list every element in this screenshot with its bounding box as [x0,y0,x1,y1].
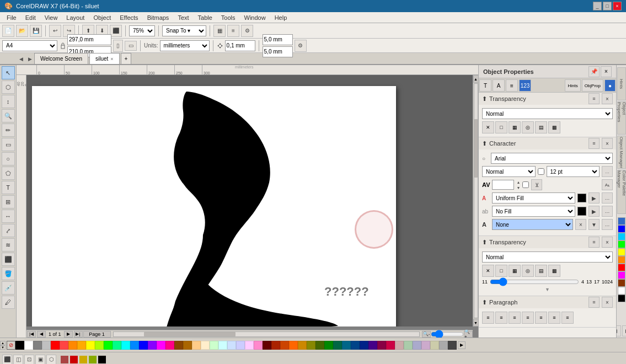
tab-siluet[interactable]: siluet × [89,53,120,64]
publish-button[interactable]: ⬛ [110,25,122,37]
fill-color-swatch[interactable] [577,194,586,202]
scrollbar-horizontal[interactable]: |◀ ◀ 1 of 1 ▶ ▶| Page 1 🔍- 🔍+ [26,330,473,338]
outline-type-combo[interactable]: No Fill [492,206,575,217]
width-input[interactable] [67,34,111,45]
palette-color-42[interactable] [386,341,395,350]
snap-btn1[interactable]: ⬛ [2,355,12,365]
zoom-combo[interactable]: 75% [129,25,155,36]
far-tab-obj-manager[interactable]: Object Manager [617,136,626,169]
trans2-icon-uniform[interactable]: □ [495,265,507,277]
palette-color-30[interactable] [280,341,289,350]
dup-v-input[interactable] [263,46,293,57]
panel-tab-frame[interactable]: 123 [519,79,531,92]
palette-color-0[interactable] [15,341,24,350]
palette-color-34[interactable] [315,341,324,350]
palette-color-39[interactable] [360,341,368,350]
kerning-input[interactable] [492,180,514,190]
palette-color-9[interactable] [95,341,104,350]
menu-edit[interactable]: Edit [21,13,40,22]
transparency-close[interactable]: × [602,93,613,104]
bg-clear-btn[interactable]: × [575,219,586,230]
palette-color-2[interactable] [33,341,42,350]
palette-color-41[interactable] [377,341,386,350]
snap-btn2[interactable]: ◫ [13,355,23,365]
more-options-btn[interactable]: ⚙ [295,40,307,52]
menu-file[interactable]: File [2,13,21,22]
color-swatch-magenta[interactable] [618,271,625,279]
outline-color-swatch[interactable] [577,207,586,216]
eyedropper-tool[interactable]: 💉 [2,281,15,295]
palette-color-27[interactable] [254,341,263,350]
scroll-down[interactable]: ▼ [473,319,479,326]
menu-bitmaps[interactable]: Bitmaps [143,13,174,22]
scroll-next[interactable]: ▶ [64,331,73,338]
dimension-tool[interactable]: ↔ [2,210,15,223]
nudge-input[interactable] [225,40,255,51]
scroll-thumb-h[interactable] [144,332,236,336]
palette-color-35[interactable] [324,341,333,350]
landscape-btn[interactable]: ▭ [125,41,137,51]
kerning-down[interactable]: ▼ [516,185,520,190]
connector-tool[interactable]: ⤤ [2,224,15,237]
palette-color-3[interactable] [42,341,51,350]
rect-tool[interactable]: ▭ [2,138,15,151]
palette-color-44[interactable] [404,341,413,350]
menu-view[interactable]: View [40,13,62,22]
trans2-mode-combo[interactable]: Normal [482,251,613,263]
trans-slider[interactable] [490,280,579,284]
kerning-up[interactable]: ▲ [516,179,520,185]
text-tool[interactable]: T [2,181,15,194]
panel-tab-hints[interactable]: Hints [565,79,580,92]
trans-icon-linear[interactable]: ▦ [509,121,521,133]
scroll-track-h[interactable] [113,331,420,337]
color-swatch-green[interactable] [618,240,625,248]
tab-welcome[interactable]: Welcome Screen [34,53,88,64]
scroll-page-prev[interactable]: |◀ [27,331,36,338]
portrait-btn[interactable]: ▯ [113,40,123,52]
color-swatch-blue2[interactable] [618,225,625,233]
palette-color-22[interactable] [210,341,218,350]
palette-color-24[interactable] [227,341,236,350]
align-center[interactable]: ≡ [495,312,507,324]
snap-btn5[interactable]: ⬡ [46,355,56,365]
trans2-icon-conical[interactable]: ▤ [535,265,547,277]
character-header[interactable]: ⬆ Character ≡ × [479,137,616,149]
transparency-header[interactable]: ⬆ Transparency ≡ × [479,93,616,105]
palette-color-28[interactable] [263,341,271,350]
far-tab-obj-properties[interactable]: Object Properties [617,101,626,135]
view-btn1[interactable]: ▦ [213,25,226,37]
scroll-zoom-in[interactable]: 🔍+ [464,331,473,338]
color-swatch-blue[interactable] [618,217,625,225]
palette-color-47[interactable] [430,341,439,350]
fill-type-combo[interactable]: Uniform Fill [492,192,575,204]
trans2-icon-linear[interactable]: ▦ [509,265,521,277]
kern-check[interactable] [522,181,529,188]
transparency-options[interactable]: ≡ [588,93,600,104]
font-combo[interactable]: Arial [491,153,613,164]
align-none[interactable]: ≡ [548,312,560,324]
palette-more-btn[interactable]: ▶ [458,341,466,349]
menu-window[interactable]: Window [240,13,270,22]
trans-icon-conical[interactable]: ▤ [535,121,547,133]
color-swatch-yellow[interactable] [618,248,625,256]
palette-color-19[interactable] [183,341,192,350]
paragraph-header[interactable]: ⬆ Paragraph ≡ × [479,296,616,308]
palette-color-18[interactable] [174,341,183,350]
polygon-tool[interactable]: ⬠ [2,167,15,180]
palette-color-10[interactable] [104,341,113,350]
minimize-button[interactable]: _ [593,2,602,10]
palette-color-26[interactable] [245,341,254,350]
palette-color-31[interactable] [289,341,298,350]
panel-tab-text[interactable]: T [479,79,491,92]
kern-options[interactable]: ⊻ [531,179,542,190]
align-right[interactable]: ≡ [509,312,521,324]
color-swatch-orange[interactable] [618,256,625,264]
palette-color-49[interactable] [448,341,457,350]
page-size-combo[interactable]: A4 [2,40,57,51]
color-swatch-cyan[interactable] [618,233,625,240]
outline-tool[interactable]: 🖊 [2,296,15,309]
trans2-options[interactable]: ≡ [588,237,600,248]
palette-color-4[interactable] [51,341,60,350]
scroll-prev[interactable]: ◀ [37,331,46,338]
palette-color-48[interactable] [439,341,448,350]
